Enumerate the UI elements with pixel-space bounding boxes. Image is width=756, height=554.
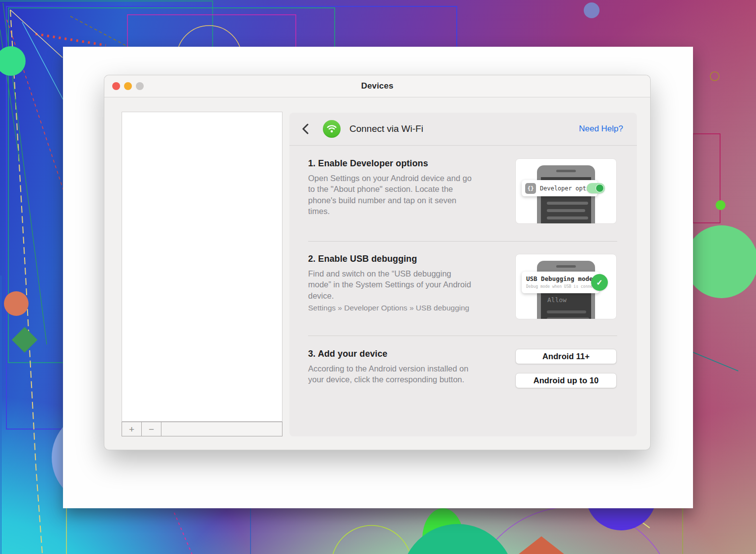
android-up-to-10-button[interactable]: Android up to 10 [515,373,617,388]
need-help-link[interactable]: Need Help? [579,124,623,134]
step-1-row: 1. Enable Developer options Open Setting… [308,158,617,225]
device-list-toolbar: + − [122,422,283,436]
step-1-body: Open Settings on your Android device and… [308,173,494,217]
panel-header: Connect via Wi-Fi Need Help? [289,113,637,146]
window-title: Devices [104,81,650,91]
divider [308,336,617,336]
step-3-heading: 3. Add your device [308,349,494,359]
panel-title: Connect via Wi-Fi [349,123,423,134]
step-3-body: According to the Android version install… [308,363,494,385]
connect-wifi-panel: Connect via Wi-Fi Need Help? 1. Enable D… [289,113,637,436]
step-2-text: 2. Enable USB debugging Find and switch … [308,254,504,320]
add-device-button[interactable]: + [122,422,142,436]
toolbar-spacer [161,422,283,436]
chevron-left-icon [302,123,309,134]
allow-text: Allow [547,296,567,304]
step-1-heading: 1. Enable Developer options [308,158,494,169]
step-2-figure: Allow USB Debugging mode Debug mode when… [515,254,617,320]
plus-icon: + [129,425,134,434]
wifi-icon [323,120,341,138]
step-1-figure: {} Developer options [515,158,617,225]
phone-speaker [556,265,576,268]
developer-options-toggle [587,183,605,193]
divider [308,241,617,242]
step-2-settings-path: Settings » Developer Options » USB debug… [308,304,494,312]
remove-device-button[interactable]: − [141,422,161,436]
usb-debugging-row: USB Debugging mode Debug mode when USB i… [522,272,599,293]
developer-options-card: {} Developer options [515,158,617,224]
android-11-plus-button[interactable]: Android 11+ [515,349,617,364]
step-3-buttons: Android 11+ Android up to 10 [515,349,617,388]
step-3-text: 3. Add your device According to the Andr… [308,349,504,388]
devices-window: Devices + − Connect via W [104,75,651,450]
back-button[interactable] [302,123,313,135]
usb-debugging-card: Allow USB Debugging mode Debug mode when… [515,254,617,319]
usb-debugging-title: USB Debugging mode [526,275,599,282]
title-bar: Devices [104,75,650,97]
checkmark-icon: ✓ [591,274,608,291]
phone-speaker [556,170,576,172]
braces-icon: {} [525,183,536,194]
toggle-knob [596,184,604,192]
step-1-text: 1. Enable Developer options Open Setting… [308,158,504,225]
step-2-heading: 2. Enable USB debugging [308,254,494,264]
step-2-row: 2. Enable USB debugging Find and switch … [308,254,617,320]
developer-options-row: {} Developer options [522,180,598,196]
step-3-row: 3. Add your device According to the Andr… [308,349,617,388]
usb-debugging-subtitle: Debug mode when USB is connected [526,284,599,289]
device-list[interactable] [122,112,283,422]
step-2-body: Find and switch on the “USB debugging mo… [308,268,494,301]
minus-icon: − [149,425,154,434]
